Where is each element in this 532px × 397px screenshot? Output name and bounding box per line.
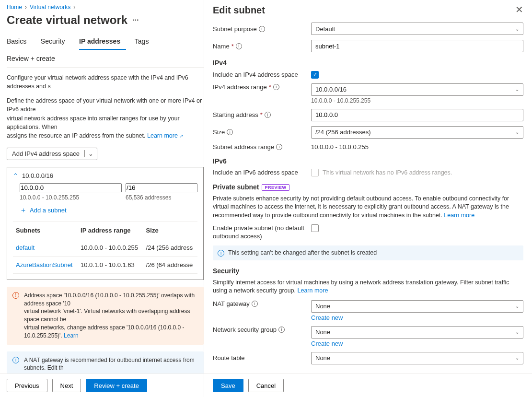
subnet-range-value: 10.0.0.0 - 10.0.0.255 [311,143,369,151]
private-info-bar: i This setting can't be changed after th… [213,245,523,260]
ipv4-range-label: IPv4 address range [213,83,267,91]
chevron-up-icon[interactable]: ⌃ [13,172,18,179]
starting-address-label: Starting address [213,111,258,118]
previous-button[interactable]: Previous [7,379,47,392]
ipv4-range-select[interactable]: 10.0.0.0/16⌄ [311,83,523,96]
nsg-create-new[interactable]: Create new [311,339,523,347]
tab-tags[interactable]: Tags [135,33,155,50]
chevron-down-icon: ⌄ [515,129,519,135]
warning-alert: ! Address space '10.0.0.0/16 (10.0.0.0 -… [7,287,204,345]
subnet-link-default[interactable]: default [16,244,35,251]
address-space-card: ⌃ 10.0.0.0/16 10.0.0.0 - 10.0.255.255 65… [7,167,204,280]
panel-footer: Save Cancel [204,374,532,397]
info-icon[interactable]: i [265,112,271,118]
subnet-link-bastion[interactable]: AzureBastionSubnet [16,261,73,269]
col-size: Size [143,222,197,239]
private-desc: Private subnets enhance security by not … [213,195,523,220]
warning-icon: ! [12,292,19,299]
save-button[interactable]: Save [213,379,243,392]
col-subnets: Subnets [13,222,78,239]
info-icon[interactable]: i [259,26,265,32]
ipv4-section: IPv4 [213,59,523,67]
add-subnet-button[interactable]: ＋ Add a subnet [13,201,197,219]
route-select[interactable]: None⌄ [311,352,523,364]
chevron-down-icon: ⌄ [515,26,519,32]
cancel-button[interactable]: Cancel [248,379,284,392]
more-actions[interactable]: ··· [132,16,139,24]
include-ipv4-label: Include an IPv4 address space [213,71,298,78]
address-count-hint: 65,536 addresses [126,192,197,201]
table-row: default 10.0.0.0 - 10.0.0.255 /24 (256 a… [13,239,197,256]
nat-create-new[interactable]: Create new [311,313,523,321]
enable-private-label: Enable private subnet (no default outbou… [213,224,311,241]
nsg-label: Network security group [213,326,277,333]
subnet-purpose-label: Subnet purpose [213,25,257,33]
size-select[interactable]: /24 (256 addresses)⌄ [311,126,523,139]
size-label: Size [213,128,225,136]
table-row: AzureBastionSubnet 10.0.1.0 - 10.0.1.63 … [13,256,197,273]
chevron-down-icon[interactable]: ⌄ [84,150,97,157]
panel-title: Edit subnet [213,5,265,16]
address-cidr-input[interactable] [126,183,197,192]
info-icon[interactable]: i [273,84,279,90]
info-icon[interactable]: i [236,43,242,49]
info-icon[interactable]: i [276,144,282,150]
page-title: Create virtual network ··· [7,13,204,30]
col-range: IP address range [78,222,143,239]
info-icon[interactable]: i [278,327,285,333]
address-space-title: 10.0.0.0/16 [22,172,53,179]
security-desc: Simplify internet access for virtual mac… [213,279,523,295]
include-ipv4-checkbox[interactable]: ✓ [311,71,319,79]
enable-private-checkbox[interactable] [311,224,319,232]
preview-badge: PREVIEW [262,184,289,191]
nat-label: NAT gateway [213,300,250,307]
info-icon: i [12,357,19,363]
subnet-range-label: Subnet address range [213,143,274,151]
breadcrumb: Home › Virtual networks › [7,4,204,13]
chevron-down-icon: ⌄ [515,87,519,92]
subnet-purpose-select[interactable]: Default⌄ [311,23,523,35]
ipv6-section: IPv6 [213,157,523,165]
tabs: Basics Security IP addresses Tags Review… [7,33,204,68]
plus-icon: ＋ [20,206,27,215]
ipv4-range-hint: 10.0.0.0 - 10.0.255.255 [311,96,523,104]
security-section: Security [213,267,523,275]
breadcrumb-vnet[interactable]: Virtual networks [30,4,70,11]
address-start-input[interactable] [20,183,122,192]
close-icon[interactable]: ✕ [515,5,523,14]
intro-text-2: Define the address space of your virtual… [7,96,204,146]
address-range-hint: 10.0.0.0 - 10.0.255.255 [20,192,122,201]
nsg-select[interactable]: None⌄ [311,326,523,339]
intro-text-1: Configure your virtual network address s… [7,68,204,96]
learn-more-private[interactable]: Learn more [444,212,474,219]
chevron-down-icon: ⌄ [515,355,519,361]
wizard-footer: Previous Next Review + create [0,374,204,397]
learn-more-link[interactable]: Learn more [147,132,183,139]
learn-more-security[interactable]: Learn more [298,287,328,294]
include-ipv6-label: Include an IPv6 address space [213,169,298,176]
chevron-down-icon: ⌄ [515,329,519,335]
tab-review[interactable]: Review + create [7,50,61,67]
learn-link[interactable]: Learn [64,332,79,339]
tab-ip-addresses[interactable]: IP addresses [79,33,126,50]
info-icon[interactable]: i [227,129,233,135]
breadcrumb-home[interactable]: Home [7,4,22,11]
name-input[interactable] [311,40,523,52]
tab-security[interactable]: Security [41,33,71,50]
review-create-button[interactable]: Review + create [86,379,147,392]
nat-select[interactable]: None⌄ [311,300,523,313]
chevron-down-icon: ⌄ [515,304,519,309]
include-ipv6-checkbox [311,169,319,176]
route-label: Route table [213,354,245,362]
next-button[interactable]: Next [52,379,81,392]
info-icon: i [218,250,224,257]
ipv6-hint: This virtual network has no IPv6 address… [323,169,452,176]
add-ipv4-space-button[interactable]: Add IPv4 address space ⌄ [7,148,97,160]
starting-address-input[interactable] [311,109,523,121]
info-icon[interactable]: i [252,301,258,307]
private-subnet-section: Private subnetPREVIEW [213,183,523,191]
name-label: Name [213,43,230,50]
tab-basics[interactable]: Basics [7,33,32,50]
